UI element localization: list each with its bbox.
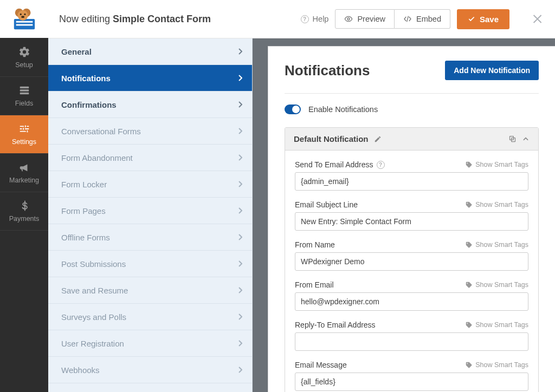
rail-item-payments[interactable]: Payments <box>0 192 48 231</box>
chevron-right-icon <box>238 340 242 347</box>
svg-rect-10 <box>20 89 29 92</box>
settings-item-form-abandonment[interactable]: Form Abandonment <box>48 145 252 171</box>
field-label: From Email <box>295 280 334 289</box>
rail-item-marketing[interactable]: Marketing <box>0 154 48 192</box>
from-email-input[interactable] <box>295 292 528 311</box>
settings-item-form-locker[interactable]: Form Locker <box>48 171 252 198</box>
chevron-right-icon <box>238 287 242 293</box>
field-email-message: Email Message Show Smart Tags <box>295 361 528 391</box>
add-notification-button[interactable]: Add New Notification <box>445 61 539 80</box>
tag-icon <box>465 161 473 168</box>
page-title: Now editing Simple Contact Form <box>59 14 294 25</box>
settings-item-label: General <box>61 47 92 56</box>
settings-item-confirmations[interactable]: Confirmations <box>48 92 252 118</box>
save-button[interactable]: Save <box>457 9 509 29</box>
settings-item-label: User Registration <box>61 339 124 348</box>
show-smart-tags-button[interactable]: Show Smart Tags <box>465 201 528 208</box>
show-smart-tags-button[interactable]: Show Smart Tags <box>465 361 528 369</box>
settings-item-label: Confirmations <box>61 100 117 109</box>
svg-point-5 <box>17 10 28 21</box>
show-smart-tags-button[interactable]: Show Smart Tags <box>465 161 528 168</box>
reply-to-input[interactable] <box>295 332 528 351</box>
notification-block-title: Default Notification <box>294 134 369 143</box>
email-message-input[interactable] <box>295 373 528 391</box>
settings-item-conversational-forms[interactable]: Conversational Forms <box>48 118 252 145</box>
enable-notifications-toggle[interactable] <box>285 104 301 114</box>
settings-item-user-registration[interactable]: User Registration <box>48 330 252 357</box>
field-label: Reply-To Email Address <box>295 321 376 329</box>
svg-point-7 <box>24 14 25 15</box>
dollar-icon <box>18 200 30 212</box>
chevron-right-icon <box>238 234 242 240</box>
settings-item-general[interactable]: General <box>48 38 252 65</box>
form-name: Simple Contact Form <box>113 14 211 24</box>
left-icon-rail: Setup Fields Settings Marketing Payments <box>0 0 48 392</box>
svg-rect-2 <box>16 24 33 26</box>
settings-item-notifications[interactable]: Notifications <box>48 65 252 92</box>
field-send-to: Send To Email Address Show Smart Tags <box>295 160 528 191</box>
close-icon <box>531 12 544 25</box>
check-icon <box>468 15 475 23</box>
settings-item-label: Save and Resume <box>61 286 128 295</box>
divider <box>285 93 539 94</box>
help-icon <box>301 15 309 23</box>
form-fields-icon <box>18 84 30 96</box>
collapse-notification-button[interactable] <box>522 135 530 143</box>
field-subject: Email Subject Line Show Smart Tags <box>295 200 528 231</box>
rail-item-label: Fields <box>15 100 33 107</box>
preview-button[interactable]: Preview <box>335 9 395 29</box>
sliders-icon <box>18 123 30 135</box>
svg-rect-1 <box>16 21 33 23</box>
help-label: Help <box>313 15 329 23</box>
settings-item-label: Webhooks <box>61 365 100 375</box>
rail-item-setup[interactable]: Setup <box>0 38 48 77</box>
close-button[interactable] <box>531 12 544 25</box>
subject-input[interactable] <box>295 212 528 231</box>
settings-item-offline-forms[interactable]: Offline Forms <box>48 224 252 251</box>
svg-rect-11 <box>20 93 29 95</box>
tag-icon <box>465 201 473 208</box>
settings-item-surveys-polls[interactable]: Surveys and Polls <box>48 304 252 330</box>
settings-item-label: Form Locker <box>61 180 107 189</box>
preview-embed-group: Preview Embed <box>335 9 450 29</box>
send-to-input[interactable] <box>295 172 528 191</box>
svg-point-6 <box>20 14 21 15</box>
help-icon[interactable] <box>377 161 385 169</box>
chevron-right-icon <box>238 313 242 320</box>
rail-item-label: Payments <box>9 215 40 223</box>
settings-item-label: Post Submissions <box>61 259 126 269</box>
pencil-icon <box>374 135 382 143</box>
embed-button[interactable]: Embed <box>395 9 450 29</box>
body-split: General Notifications Confirmations Conv… <box>48 38 555 392</box>
edit-title-button[interactable] <box>374 135 382 143</box>
tag-icon <box>465 241 473 249</box>
settings-item-label: Conversational Forms <box>61 127 141 136</box>
settings-item-save-resume[interactable]: Save and Resume <box>48 277 252 304</box>
show-smart-tags-button[interactable]: Show Smart Tags <box>465 241 528 249</box>
duplicate-notification-button[interactable] <box>508 135 517 143</box>
rail-item-settings[interactable]: Settings <box>0 115 48 154</box>
enable-notifications-row: Enable Notifications <box>285 104 539 114</box>
show-smart-tags-button[interactable]: Show Smart Tags <box>465 281 528 289</box>
chevron-right-icon <box>238 128 242 134</box>
settings-item-post-submissions[interactable]: Post Submissions <box>48 251 252 277</box>
notification-block-header: Default Notification <box>285 128 538 151</box>
settings-item-label: Surveys and Polls <box>61 312 126 322</box>
rail-item-fields[interactable]: Fields <box>0 77 48 115</box>
bullhorn-icon <box>18 161 30 173</box>
settings-item-form-pages[interactable]: Form Pages <box>48 198 252 224</box>
from-name-input[interactable] <box>295 252 528 271</box>
top-bar: Now editing Simple Contact Form Help Pre… <box>48 0 555 38</box>
chevron-right-icon <box>238 181 242 187</box>
help-link[interactable]: Help <box>301 15 329 23</box>
copy-icon <box>508 135 517 143</box>
settings-item-webhooks[interactable]: Webhooks <box>48 357 252 383</box>
field-from-email: From Email Show Smart Tags <box>295 280 528 311</box>
tag-icon <box>465 361 473 369</box>
chevron-right-icon <box>238 207 242 214</box>
chevron-right-icon <box>238 154 242 161</box>
app-logo <box>0 0 48 38</box>
show-smart-tags-button[interactable]: Show Smart Tags <box>465 321 528 329</box>
chevron-right-icon <box>238 260 242 267</box>
settings-item-label: Form Pages <box>61 206 106 215</box>
